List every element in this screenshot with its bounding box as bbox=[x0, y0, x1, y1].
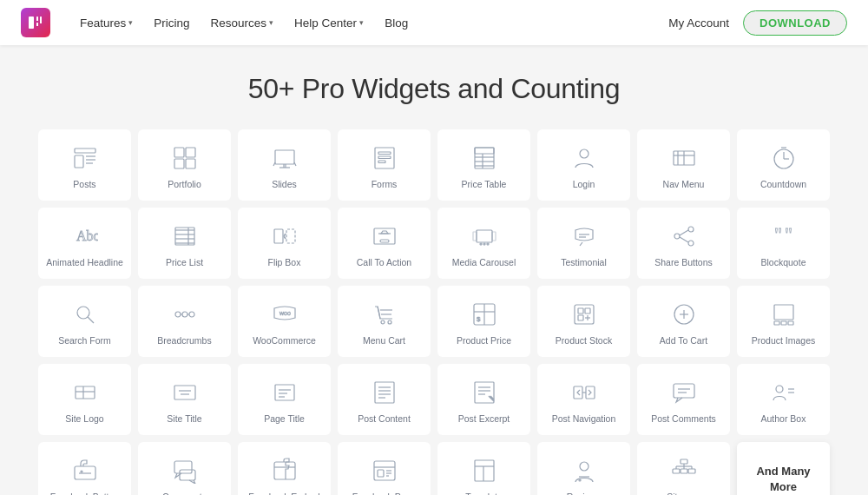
slides-label: Slides bbox=[272, 179, 297, 191]
flip-box-label: Flip Box bbox=[268, 257, 301, 269]
svg-rect-11 bbox=[174, 159, 184, 168]
svg-rect-48 bbox=[477, 230, 492, 242]
widget-product-price[interactable]: $ Product Price bbox=[437, 286, 530, 357]
widget-media-carousel[interactable]: Media Carousel bbox=[437, 208, 530, 279]
svg-rect-10 bbox=[186, 148, 195, 157]
call-to-action-icon bbox=[369, 221, 400, 252]
widget-site-logo[interactable]: Site Logo bbox=[38, 364, 131, 435]
post-excerpt-icon bbox=[469, 377, 500, 408]
widget-slides[interactable]: Slides bbox=[238, 129, 331, 201]
facebook-embed-icon bbox=[269, 455, 300, 486]
widget-login[interactable]: Login bbox=[537, 129, 630, 201]
widget-breadcrumbs[interactable]: Breadcrumbs bbox=[138, 286, 231, 357]
widget-testimonial[interactable]: Testimonial bbox=[537, 208, 630, 279]
svg-line-64 bbox=[88, 317, 94, 323]
widget-site-title[interactable]: Site Title bbox=[138, 364, 231, 435]
svg-line-60 bbox=[680, 237, 688, 242]
widget-call-to-action[interactable]: Call To Action bbox=[338, 208, 431, 279]
product-stock-label: Product Stock bbox=[556, 335, 612, 347]
blockquote-label: Blockquote bbox=[761, 257, 806, 269]
sitemap-label: Sitemap bbox=[667, 492, 700, 495]
post-content-label: Post Content bbox=[358, 413, 411, 426]
widget-animated-headline[interactable]: Abc Animated Headline bbox=[38, 208, 131, 279]
widget-price-list[interactable]: Price List bbox=[138, 208, 231, 279]
svg-text:Abc: Abc bbox=[76, 228, 98, 243]
widget-post-comments[interactable]: Post Comments bbox=[637, 364, 730, 435]
elementor-logo[interactable] bbox=[21, 8, 50, 37]
svg-point-117 bbox=[776, 386, 783, 393]
facebook-button-label: Facebook Button bbox=[50, 492, 119, 495]
breadcrumbs-label: Breadcrumbs bbox=[157, 335, 211, 347]
post-comments-icon bbox=[668, 377, 700, 408]
widget-add-to-cart[interactable]: Add To Cart bbox=[637, 286, 730, 357]
widget-product-stock[interactable]: Product Stock bbox=[537, 286, 630, 357]
widget-woocommerce[interactable]: woo WooCommerce bbox=[238, 286, 331, 357]
site-logo-label: Site Logo bbox=[65, 413, 103, 426]
media-carousel-icon bbox=[469, 221, 500, 252]
download-button[interactable]: DOWNLOAD bbox=[743, 10, 847, 36]
nav-help-center[interactable]: Help Center ▾ bbox=[286, 11, 372, 35]
svg-point-67 bbox=[189, 312, 194, 317]
widget-post-content[interactable]: Post Content bbox=[338, 364, 431, 435]
widget-author-box[interactable]: Author Box bbox=[737, 364, 830, 435]
page-title-widget-icon bbox=[269, 377, 300, 408]
svg-point-56 bbox=[688, 227, 694, 232]
svg-rect-92 bbox=[76, 386, 95, 399]
svg-rect-90 bbox=[781, 321, 786, 325]
widget-facebook-page[interactable]: Facebook Page bbox=[338, 442, 431, 495]
post-content-icon bbox=[369, 377, 400, 408]
widget-template[interactable]: Template bbox=[437, 442, 530, 495]
svg-rect-82 bbox=[578, 315, 583, 320]
widget-page-title[interactable]: Page Title bbox=[238, 364, 331, 435]
comments-label: Comments bbox=[162, 492, 207, 495]
nav-pricing[interactable]: Pricing bbox=[145, 11, 198, 35]
widget-price-table[interactable]: Price Table bbox=[437, 129, 530, 201]
svg-rect-91 bbox=[788, 321, 793, 325]
testimonial-icon bbox=[569, 221, 600, 252]
svg-rect-123 bbox=[174, 461, 192, 473]
media-carousel-label: Media Carousel bbox=[452, 257, 516, 269]
widget-portfolio[interactable]: Portfolio bbox=[138, 129, 231, 201]
widget-posts[interactable]: Posts bbox=[38, 129, 131, 201]
animated-headline-label: Animated Headline bbox=[46, 257, 123, 269]
svg-rect-12 bbox=[186, 159, 195, 168]
svg-rect-49 bbox=[473, 232, 477, 241]
svg-rect-46 bbox=[380, 240, 389, 242]
widget-countdown[interactable]: Countdown bbox=[737, 129, 830, 201]
nav-links: Features ▾ Pricing Resources ▾ Help Cent… bbox=[71, 11, 668, 35]
svg-rect-133 bbox=[475, 460, 494, 481]
widget-blockquote[interactable]: "" Blockquote bbox=[737, 208, 830, 279]
svg-rect-98 bbox=[275, 385, 294, 400]
widget-flip-box[interactable]: Flip Box bbox=[238, 208, 331, 279]
widget-product-images[interactable]: Product Images bbox=[737, 286, 830, 357]
and-more-label: And Many More bbox=[744, 464, 823, 495]
add-to-cart-icon bbox=[668, 299, 700, 330]
nav-features[interactable]: Features ▾ bbox=[71, 11, 141, 35]
widget-facebook-button[interactable]: Facebook Button bbox=[38, 442, 131, 495]
svg-rect-129 bbox=[378, 470, 384, 477]
svg-rect-22 bbox=[475, 148, 494, 154]
widget-menu-cart[interactable]: Menu Cart bbox=[338, 286, 431, 357]
svg-text:": " bbox=[785, 223, 792, 245]
widget-search-form[interactable]: Search Form bbox=[38, 286, 131, 357]
widget-nav-menu[interactable]: Nav Menu bbox=[637, 129, 730, 201]
widget-comments[interactable]: Comments bbox=[138, 442, 231, 495]
site-title-label: Site Title bbox=[167, 413, 201, 426]
svg-rect-112 bbox=[586, 386, 595, 399]
nav-blog[interactable]: Blog bbox=[376, 11, 417, 35]
widget-post-navigation[interactable]: Post Navigation bbox=[537, 364, 630, 435]
widget-forms[interactable]: Forms bbox=[338, 129, 431, 201]
widget-reviews[interactable]: Reviews bbox=[537, 442, 630, 495]
site-title-icon bbox=[169, 377, 201, 408]
my-account-link[interactable]: My Account bbox=[668, 16, 729, 30]
slides-icon bbox=[269, 142, 300, 174]
widget-facebook-embed[interactable]: Facebook Embed bbox=[238, 442, 331, 495]
widget-sitemap[interactable]: Sitemap bbox=[637, 442, 730, 495]
widget-post-excerpt[interactable]: Post Excerpt bbox=[437, 364, 530, 435]
svg-rect-19 bbox=[378, 156, 391, 159]
widget-share-buttons[interactable]: Share Buttons bbox=[637, 208, 730, 279]
widget-and-more[interactable]: And Many More bbox=[737, 442, 830, 495]
svg-rect-2 bbox=[36, 23, 38, 26]
nav-resources[interactable]: Resources ▾ bbox=[202, 11, 283, 35]
svg-point-57 bbox=[688, 241, 694, 246]
